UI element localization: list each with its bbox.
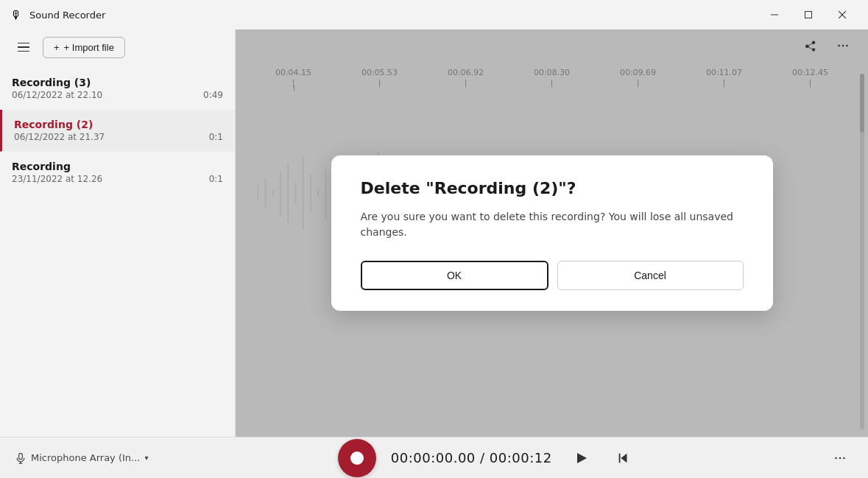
svg-point-112 (839, 457, 841, 459)
main-area: 00:04.15 00:05.53 00:06.92 00:08.30 00:0… (236, 29, 868, 437)
modal-body: Are you sure you want to delete this rec… (361, 209, 744, 240)
title-bar: 🎙 Sound Recorder (0, 0, 868, 29)
app-content: + + Import file Recording (3) 06/12/2022… (0, 29, 868, 437)
skip-back-icon (617, 451, 630, 465)
recording-meta: 06/12/2022 at 22.10 0:49 (12, 90, 223, 100)
svg-marker-109 (621, 453, 627, 463)
recording-date: 06/12/2022 at 21.37 (14, 132, 105, 142)
hamburger-icon (18, 46, 29, 48)
skip-back-button[interactable] (610, 444, 638, 472)
svg-marker-108 (577, 453, 587, 463)
svg-rect-105 (19, 453, 23, 459)
current-time-value: 00:00:00.00 (391, 450, 476, 465)
chevron-down-icon: ▾ (145, 454, 149, 462)
cancel-button[interactable]: Cancel (557, 261, 744, 290)
svg-point-113 (843, 457, 845, 459)
plus-icon: + (54, 42, 60, 53)
hamburger-icon (18, 43, 29, 44)
recording-duration: 0:1 (209, 132, 223, 142)
mic-label: Microphone Array (In... (31, 452, 141, 463)
minimize-button[interactable] (758, 3, 791, 27)
svg-rect-0 (771, 15, 778, 15)
app-icon: 🎙 (9, 7, 24, 22)
mic-selector[interactable]: Microphone Array (In... ▾ (15, 452, 149, 464)
import-label: + Import file (64, 42, 114, 53)
more-options-button[interactable] (827, 445, 853, 471)
menu-button[interactable] (12, 35, 35, 59)
ok-button[interactable]: OK (361, 261, 548, 290)
play-icon (574, 451, 588, 465)
maximize-button[interactable] (791, 3, 825, 27)
app-title: Sound Recorder (29, 10, 105, 21)
window-controls (758, 3, 859, 27)
sidebar: + + Import file Recording (3) 06/12/2022… (0, 29, 236, 437)
recording-item[interactable]: Recording (3) 06/12/2022 at 22.10 0:49 (0, 68, 235, 110)
current-time: 00:00:00.00 / 00:00:12 (391, 450, 552, 465)
total-time-value: 00:00:12 (490, 450, 552, 465)
app-body: + + Import file Recording (3) 06/12/2022… (0, 29, 868, 478)
close-button[interactable] (825, 3, 859, 27)
record-icon (350, 451, 364, 465)
sidebar-header: + + Import file (0, 29, 235, 68)
recording-meta: 23/11/2022 at 12.26 0:1 (12, 174, 223, 184)
svg-rect-1 (805, 12, 812, 18)
playback-controls: 00:00:00.00 / 00:00:12 (160, 439, 815, 477)
delete-dialog: Delete "Recording (2)"? Are you sure you… (331, 155, 773, 311)
more-icon (833, 451, 847, 465)
import-button[interactable]: + + Import file (43, 37, 125, 58)
svg-point-111 (835, 457, 837, 459)
recording-name: Recording (3) (12, 77, 223, 88)
hamburger-icon (18, 51, 29, 52)
recording-item[interactable]: Recording 23/11/2022 at 12.26 0:1 (0, 152, 235, 194)
play-button[interactable] (567, 444, 595, 472)
recording-name: Recording (12, 161, 223, 172)
recording-name: Recording (2) (14, 119, 223, 130)
modal-title: Delete "Recording (2)"? (361, 179, 744, 197)
recording-duration: 0:1 (209, 174, 223, 184)
modal-overlay: Delete "Recording (2)"? Are you sure you… (236, 29, 868, 437)
recording-list: Recording (3) 06/12/2022 at 22.10 0:49 R… (0, 68, 235, 437)
record-button[interactable] (338, 439, 376, 477)
bottom-bar: Microphone Array (In... ▾ 00:00:00.00 / … (0, 437, 868, 478)
recording-date: 23/11/2022 at 12.26 (12, 174, 102, 184)
time-separator: / (480, 450, 490, 465)
recording-meta: 06/12/2022 at 21.37 0:1 (14, 132, 223, 142)
recording-item-active[interactable]: Recording (2) 06/12/2022 at 21.37 0:1 (0, 110, 235, 152)
svg-rect-110 (618, 453, 620, 463)
microphone-icon (15, 452, 27, 464)
modal-actions: OK Cancel (361, 261, 744, 290)
recording-date: 06/12/2022 at 22.10 (12, 90, 102, 100)
recording-duration: 0:49 (203, 90, 223, 100)
